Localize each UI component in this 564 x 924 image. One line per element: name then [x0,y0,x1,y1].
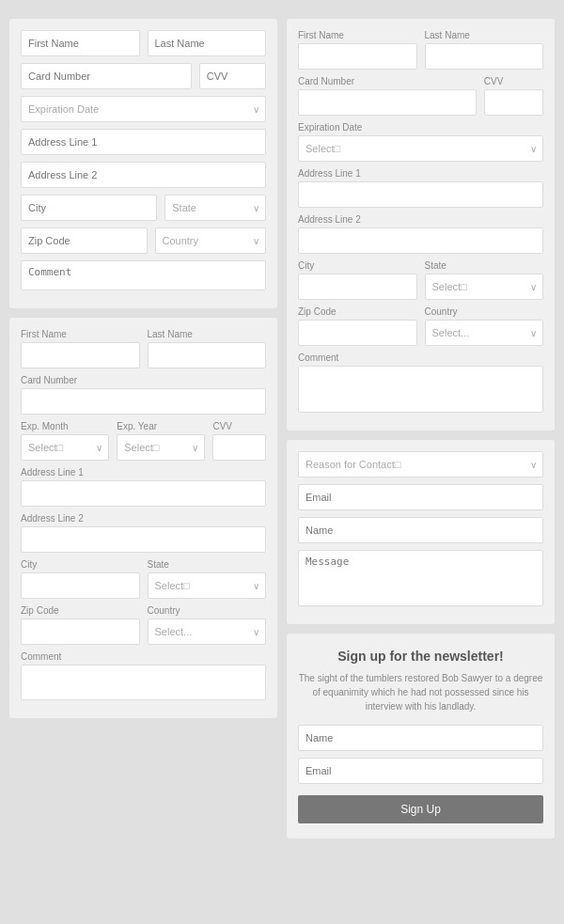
right1-city[interactable] [298,274,417,300]
right1-comment-label: Comment [298,352,543,363]
left2-address2-label: Address Line 2 [21,513,266,524]
right1-zip-label: Zip Code [298,306,417,317]
right1-cvv[interactable] [484,89,543,116]
left2-card-number[interactable] [21,388,266,415]
newsletter-subtitle: The sight of the tumblers restored Bob S… [298,671,543,713]
newsletter-email[interactable] [298,758,543,784]
right1-address2-label: Address Line 2 [298,214,543,225]
left2-address1-label: Address Line 1 [21,467,266,478]
right1-address1[interactable] [298,181,543,208]
right1-card-number-label: Card Number [298,76,477,86]
left1-country[interactable]: Country [155,227,267,254]
left1-card-number[interactable] [21,63,192,89]
left1-zip[interactable] [21,227,148,254]
left2-last-name[interactable] [148,342,267,368]
left-card-1: Expiration Date State [9,19,277,308]
left2-country-label: Country [148,605,267,616]
left2-city[interactable] [21,572,140,599]
right1-comment[interactable] [298,366,543,413]
left1-city[interactable] [21,195,157,221]
left2-city-label: City [21,559,140,570]
left2-card-number-label: Card Number [21,375,266,385]
right1-cvv-label: CVV [484,76,543,86]
newsletter-signup-button[interactable]: Sign Up [298,795,543,823]
right1-address2[interactable] [298,227,543,254]
left2-country[interactable]: Select... [148,619,267,645]
left2-exp-year-label: Exp. Year [117,421,205,431]
right2-reason[interactable]: Reason for Contact□ [298,451,543,478]
right2-name[interactable] [298,517,543,543]
newsletter-card: Sign up for the newsletter! The sight of… [287,634,555,838]
left2-zip-label: Zip Code [21,605,140,616]
right1-state[interactable]: Select□ [425,274,544,300]
left2-address2[interactable] [21,526,266,553]
left2-first-name-label: First Name [21,329,140,339]
left2-state[interactable]: Select□ [148,572,267,599]
left1-state[interactable]: State [164,195,266,221]
left1-last-name[interactable] [148,30,267,56]
newsletter-title: Sign up for the newsletter! [298,649,543,664]
left2-zip[interactable] [21,619,140,645]
right1-card-number[interactable] [298,89,477,116]
right1-first-name[interactable] [298,43,417,70]
left-card-2: First Name Last Name Card Number Exp. Mo… [9,318,277,718]
left2-exp-year[interactable]: Select□ [117,434,205,461]
right1-last-name[interactable] [425,43,544,70]
left1-address2[interactable] [21,162,266,188]
right2-email[interactable] [298,484,543,510]
right1-exp-date-label: Expiration Date [298,122,543,133]
left2-cvv-label: CVV [212,421,266,431]
right1-country[interactable]: Select... [425,320,544,346]
left2-first-name[interactable] [21,342,140,368]
left1-first-name[interactable] [21,30,140,56]
right1-first-name-label: First Name [298,30,417,40]
right1-city-label: City [298,260,417,271]
right1-zip[interactable] [298,320,417,346]
left1-cvv[interactable] [199,63,266,89]
left2-exp-month[interactable]: Select□ [21,434,109,461]
left2-comment[interactable] [21,665,266,700]
right-card-1: First Name Last Name Card Number CVV [287,19,555,431]
left2-address1[interactable] [21,480,266,507]
right2-message[interactable] [298,550,543,606]
right1-address1-label: Address Line 1 [298,168,543,179]
left1-address1[interactable] [21,129,266,155]
right1-exp-date[interactable]: Select□ [298,135,543,162]
right1-last-name-label: Last Name [425,30,544,40]
left1-expiration-date[interactable]: Expiration Date [21,96,266,122]
right1-state-label: State [425,260,544,271]
left2-last-name-label: Last Name [148,329,267,339]
left2-state-label: State [148,559,267,570]
newsletter-name[interactable] [298,725,543,751]
left2-exp-month-label: Exp. Month [21,421,109,431]
left2-comment-label: Comment [21,651,266,662]
right1-country-label: Country [425,306,544,317]
left2-cvv[interactable] [212,434,266,461]
left1-comment[interactable] [21,260,266,290]
right-card-2: Reason for Contact□ [287,440,555,624]
